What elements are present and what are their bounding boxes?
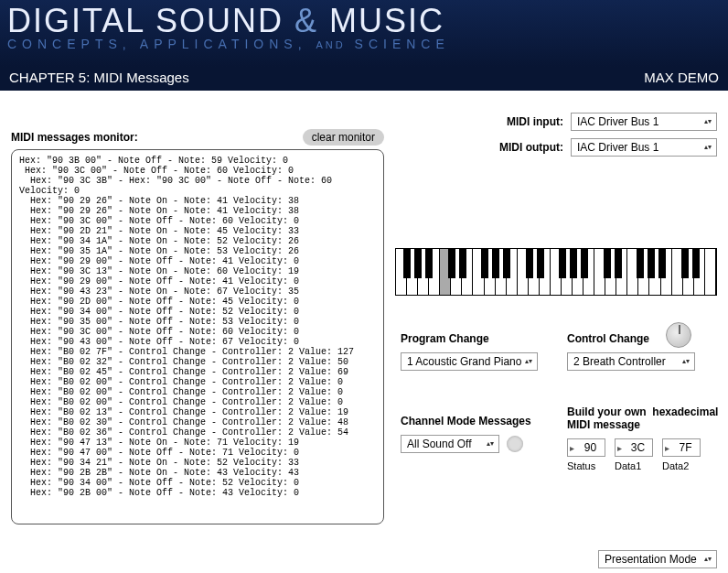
piano-black-key[interactable] <box>503 249 510 278</box>
midi-input-value: IAC Driver Bus 1 <box>577 115 658 128</box>
piano-black-key[interactable] <box>581 249 588 278</box>
chapter-label: CHAPTER 5: MIDI Messages <box>9 70 189 88</box>
monitor-label: MIDI messages monitor: <box>11 131 138 144</box>
presentation-mode-select[interactable]: Presentation Mode ▴▾ <box>598 550 717 568</box>
piano-black-key[interactable] <box>425 249 433 278</box>
stepper-icon: ▴▾ <box>701 557 714 562</box>
midi-output-label: MIDI output: <box>499 141 563 154</box>
piano-black-key[interactable] <box>414 249 422 278</box>
data1-byte-input[interactable]: ▸ 3C <box>615 438 653 457</box>
build-label: Build your own hexadecimal MIDI message <box>567 405 723 431</box>
piano-black-key[interactable] <box>658 249 666 278</box>
presentation-mode-value: Presentation Mode <box>605 553 697 566</box>
title: DIGITAL SOUND & MUSIC <box>7 0 721 40</box>
subtitle-b: SCIENCE <box>355 37 450 51</box>
piano-black-key[interactable] <box>692 249 700 278</box>
piano-black-key[interactable] <box>604 249 611 278</box>
piano-black-key[interactable] <box>448 249 455 278</box>
piano-black-key[interactable] <box>526 249 533 278</box>
channel-mode-select[interactable]: All Sound Off ▴▾ <box>401 435 499 453</box>
control-change-label: Control Change <box>567 332 719 345</box>
midi-input-label: MIDI input: <box>507 115 563 128</box>
program-change-label: Program Change <box>401 332 556 345</box>
stepper-icon: ▴▾ <box>680 359 692 364</box>
status-sublabel: Status <box>567 460 605 471</box>
title-ampersand: & <box>294 2 318 39</box>
piano-black-key[interactable] <box>648 249 655 278</box>
control-change-knob[interactable] <box>666 322 691 348</box>
chevron-right-icon: ▸ <box>568 443 576 453</box>
channel-mode-label: Channel Mode Messages <box>401 415 565 427</box>
subtitle: CONCEPTS, APPLICATIONS, AND SCIENCE <box>7 37 721 51</box>
data2-byte-value: 7F <box>671 441 700 454</box>
piano-white-key[interactable] <box>705 249 716 295</box>
piano-black-key[interactable] <box>537 249 544 278</box>
piano-black-key[interactable] <box>459 249 466 278</box>
title-part-b: MUSIC <box>329 2 444 39</box>
piano-keyboard[interactable] <box>395 248 717 296</box>
stepper-icon: ▴▾ <box>522 359 535 364</box>
channel-mode-value: All Sound Off <box>407 438 472 450</box>
piano-black-key[interactable] <box>559 249 566 278</box>
subtitle-a: CONCEPTS, APPLICATIONS, <box>7 37 307 51</box>
chevron-right-icon: ▸ <box>663 443 671 453</box>
program-change-value: 1 Acoustic Grand Piano <box>407 355 521 368</box>
piano-black-key[interactable] <box>637 249 644 278</box>
data1-byte-value: 3C <box>624 441 652 454</box>
build-label-a: Build your own <box>567 405 647 418</box>
midi-input-select[interactable]: IAC Driver Bus 1 ▴▾ <box>571 113 717 131</box>
midi-output-value: IAC Driver Bus 1 <box>577 141 658 154</box>
stepper-icon: ▴▾ <box>701 119 714 124</box>
piano-black-key[interactable] <box>681 249 689 278</box>
piano-black-key[interactable] <box>403 249 411 278</box>
status-byte-input[interactable]: ▸ 90 <box>567 438 605 457</box>
program-change-select[interactable]: 1 Acoustic Grand Piano ▴▾ <box>401 352 538 371</box>
subtitle-and: AND <box>316 39 345 50</box>
stepper-icon: ▴▾ <box>484 441 497 447</box>
piano-black-key[interactable] <box>570 249 577 278</box>
midi-io-panel: MIDI input: IAC Driver Bus 1 ▴▾ MIDI out… <box>499 113 717 164</box>
clear-monitor-button[interactable]: clear monitor <box>303 129 384 146</box>
piano-black-key[interactable] <box>492 249 499 278</box>
app-header: DIGITAL SOUND & MUSIC CONCEPTS, APPLICAT… <box>0 0 728 67</box>
midi-output-select[interactable]: IAC Driver Bus 1 ▴▾ <box>571 138 717 157</box>
piano-black-key[interactable] <box>615 249 622 278</box>
stepper-icon: ▴▾ <box>701 145 714 150</box>
channel-mode-send-button[interactable] <box>507 436 523 452</box>
data1-sublabel: Data1 <box>615 460 653 471</box>
control-change-value: 2 Breath Controller <box>573 355 666 368</box>
piano-black-key[interactable] <box>481 249 488 278</box>
status-byte-value: 90 <box>576 441 605 454</box>
chapter-bar: CHAPTER 5: MIDI Messages MAX DEMO <box>0 67 728 91</box>
demo-label: MAX DEMO <box>644 70 719 88</box>
chevron-right-icon: ▸ <box>616 443 624 453</box>
monitor-textarea[interactable]: Hex: "90 3B 00" - Note Off - Note: 59 Ve… <box>11 149 384 524</box>
control-change-select[interactable]: 2 Breath Controller ▴▾ <box>567 352 695 371</box>
title-part-a: DIGITAL SOUND <box>7 2 284 39</box>
data2-sublabel: Data2 <box>662 460 701 471</box>
data2-byte-input[interactable]: ▸ 7F <box>662 438 701 457</box>
